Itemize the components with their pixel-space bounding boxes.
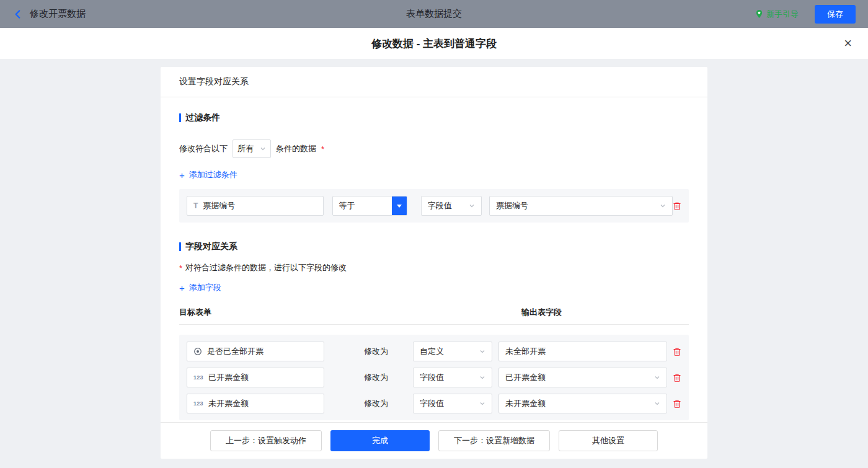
target-field-value: 已开票金额 [208, 372, 249, 383]
modify-to-label: 修改为 [364, 346, 388, 357]
target-field-value: 未开票金额 [208, 398, 249, 409]
mapping-row: 是否已全部开票 修改为 自定义 未全部开票 [187, 342, 681, 361]
text-field-icon: T [193, 201, 198, 210]
modify-type-value: 字段值 [420, 398, 444, 409]
value-field-value: 票据编号 [496, 200, 528, 211]
modify-type-value: 字段值 [420, 372, 444, 383]
page-title: 修改开票数据 [30, 8, 86, 20]
chevron-down-icon [660, 203, 666, 209]
done-button[interactable]: 完成 [330, 430, 430, 451]
filter-section-title: 过滤条件 [179, 112, 689, 123]
operator-value: 等于 [333, 200, 355, 211]
modify-type-select[interactable]: 自定义 [413, 342, 492, 361]
content-area: 设置字段对应关系 过滤条件 修改符合以下 所有 条件的数据 * + [0, 59, 868, 468]
mapping-description: * 对符合过滤条件的数据，进行以下字段的修改 [179, 262, 689, 273]
value-field-select[interactable]: 票据编号 [489, 196, 673, 216]
target-field-value: 是否已全部开票 [207, 346, 264, 357]
chevron-down-icon [479, 400, 485, 407]
required-mark: * [179, 263, 182, 273]
operator-dropdown-button[interactable] [392, 196, 407, 215]
modify-to-label: 修改为 [364, 398, 388, 409]
caret-down-icon [397, 205, 402, 208]
close-icon[interactable]: × [844, 37, 852, 50]
modal-title: 修改数据 - 主表到普通字段 [371, 37, 497, 51]
back-button[interactable] [12, 9, 24, 20]
operator-select[interactable]: 等于 [332, 196, 407, 216]
chevron-down-icon [654, 400, 660, 407]
location-pin-icon [755, 9, 763, 19]
chevron-down-icon [469, 203, 475, 209]
filter-field-value: 票据编号 [203, 200, 235, 211]
section-marker [179, 113, 181, 122]
guide-label: 新手引导 [766, 9, 799, 20]
modify-type-select[interactable]: 字段值 [413, 368, 492, 387]
plus-icon: + [179, 170, 185, 180]
condition-prefix: 修改符合以下 [179, 143, 228, 154]
chevron-down-icon [479, 348, 485, 355]
value-type-select[interactable]: 字段值 [421, 196, 482, 216]
modify-to-label: 修改为 [364, 372, 388, 383]
filter-section-label: 过滤条件 [185, 112, 220, 123]
delete-mapping-row-icon[interactable] [673, 373, 681, 382]
number-field-icon: 123 [193, 400, 203, 407]
modify-value-text: 未全部开票 [505, 346, 546, 357]
modify-value-select[interactable]: 未开票金额 [498, 394, 667, 413]
chevron-down-icon [260, 146, 266, 152]
filter-rows-box: T 票据编号 等于 字段值 [179, 189, 689, 223]
number-field-icon: 123 [193, 374, 203, 381]
settings-card: 设置字段对应关系 过滤条件 修改符合以下 所有 条件的数据 * + [161, 67, 707, 459]
modify-type-value: 自定义 [420, 346, 444, 357]
condition-line: 修改符合以下 所有 条件的数据 * [179, 139, 689, 158]
delete-filter-row-icon[interactable] [673, 201, 681, 211]
modify-value-text: 已开票金额 [505, 372, 546, 383]
column-target-form: 目标表单 [179, 307, 521, 318]
chevron-down-icon [479, 374, 485, 381]
modify-value-input[interactable]: 未全部开票 [498, 342, 667, 361]
next-step-button[interactable]: 下一步：设置新增数据 [438, 430, 550, 451]
mapping-description-text: 对符合过滤条件的数据，进行以下字段的修改 [185, 262, 347, 273]
match-type-value: 所有 [237, 143, 254, 154]
card-footer: 上一步：设置触发动作 完成 下一步：设置新增数据 其他设置 [161, 422, 707, 459]
beginner-guide-link[interactable]: 新手引导 [755, 9, 799, 20]
prev-step-button[interactable]: 上一步：设置触发动作 [210, 430, 322, 451]
add-filter-label: 添加过滤条件 [189, 169, 237, 180]
mapping-column-headers: 目标表单 输出表字段 [179, 307, 689, 325]
add-field-label: 添加字段 [189, 282, 221, 293]
chevron-down-icon [654, 374, 660, 381]
modify-value-text: 未开票金额 [505, 398, 546, 409]
required-mark: * [321, 144, 324, 154]
mapping-section-title: 字段对应关系 [179, 241, 689, 252]
target-field-input[interactable]: 123 未开票金额 [187, 394, 324, 413]
mapping-row: 123 未开票金额 修改为 字段值 未开票金额 [187, 394, 681, 413]
delete-mapping-row-icon[interactable] [673, 347, 681, 356]
target-field-input[interactable]: 123 已开票金额 [187, 368, 324, 387]
mapping-rows-box: 是否已全部开票 修改为 自定义 未全部开票 [179, 335, 689, 420]
filter-row: T 票据编号 等于 字段值 [187, 196, 681, 216]
column-output-field: 输出表字段 [521, 307, 562, 318]
mapping-row: 123 已开票金额 修改为 字段值 已开票金额 [187, 368, 681, 387]
radio-field-icon [193, 347, 202, 356]
modify-value-select[interactable]: 已开票金额 [498, 368, 667, 387]
add-field-link[interactable]: + 添加字段 [179, 282, 221, 293]
target-field-input[interactable]: 是否已全部开票 [187, 342, 324, 361]
section-marker [179, 242, 181, 251]
save-button[interactable]: 保存 [815, 5, 856, 24]
add-filter-condition-link[interactable]: + 添加过滤条件 [179, 169, 237, 180]
other-settings-button[interactable]: 其他设置 [559, 430, 658, 451]
delete-mapping-row-icon[interactable] [673, 399, 681, 408]
chevron-left-icon [12, 9, 24, 20]
value-type-value: 字段值 [428, 200, 452, 211]
modal-header: 修改数据 - 主表到普通字段 × [0, 28, 868, 59]
filter-field-input[interactable]: T 票据编号 [187, 196, 324, 216]
card-title: 设置字段对应关系 [161, 67, 707, 97]
modify-type-select[interactable]: 字段值 [413, 394, 492, 413]
condition-suffix: 条件的数据 [276, 143, 316, 154]
top-bar: 修改开票数据 表单数据提交 新手引导 保存 [0, 0, 868, 28]
plus-icon: + [179, 283, 185, 293]
topbar-center-title: 表单数据提交 [406, 8, 462, 20]
mapping-section-label: 字段对应关系 [185, 241, 237, 252]
match-type-select[interactable]: 所有 [232, 139, 271, 158]
